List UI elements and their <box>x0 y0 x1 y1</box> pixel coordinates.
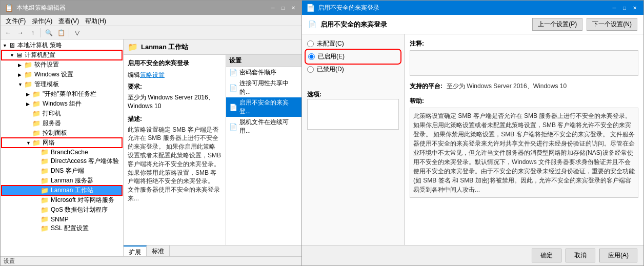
nav-next-btn[interactable]: 下一个设置(N) <box>587 18 637 31</box>
help-section: 帮助: 此策略设置确定 SMB 客户端是否允许在 SMB 服务器上进行不安全的来… <box>410 97 638 198</box>
tree-item-server[interactable]: 📁 服务器 <box>2 118 122 128</box>
tree-panel: ▼ 🖥 本地计算机 策略 ▼ 🖥 计算机配置 ▶ 📁 软件设置 ▶ 📁 Wind… <box>1 39 124 256</box>
tree-label-lanman-workstation: Lanman 工作站 <box>51 186 93 195</box>
tree-icon-server: 📁 <box>32 119 41 127</box>
tree-item-root[interactable]: ▼ 🖥 本地计算机 策略 <box>2 40 122 50</box>
tree-icon-microsoft: 📁 <box>41 196 49 204</box>
gpe-window: 📋 本地组策略编辑器 ─ □ ✕ 文件(F) 操作(A) 查看(V) 帮助(H)… <box>0 0 303 266</box>
tree-label-windows: Windows 设置 <box>34 70 73 79</box>
tree-item-start[interactable]: ▶ 📁 "开始"菜单和任务栏 <box>2 89 122 99</box>
tree-item-network[interactable]: ▼ 📁 网络 <box>2 138 122 148</box>
tree-item-software[interactable]: ▶ 📁 软件设置 <box>2 60 122 70</box>
list-item-1[interactable]: 📄 连接可用性共享中的... <box>226 78 302 97</box>
tree-item-microsoft[interactable]: 📁 Microsoft 对等网络服务 <box>2 195 122 205</box>
help-text: 此策略设置确定 SMB 客户端是否允许在 SMB 服务器上进行不安全的来宾登录。… <box>413 112 635 193</box>
dialog-footer: 确定 取消 应用(A) <box>302 245 643 265</box>
toolbar-forward-btn[interactable]: → <box>15 27 26 38</box>
tree-label-printer: 打印机 <box>43 109 61 118</box>
dialog-minimize-btn[interactable]: ─ <box>610 3 619 12</box>
tree-icon-software: 📁 <box>24 61 32 69</box>
tree-item-snmp[interactable]: 📁 SNMP <box>2 215 122 223</box>
tree-item-ssl[interactable]: 📁 SSL 配置设置 <box>2 223 122 233</box>
dialog-close-btn[interactable]: ✕ <box>630 3 639 12</box>
tree-icon-lanman-server: 📁 <box>41 177 49 185</box>
detail-requirement-row: 要求: <box>128 83 222 91</box>
list-header: 设置 <box>226 55 302 67</box>
dialog-titlebar: 📄 启用不安全的来宾登录 ─ □ ✕ <box>302 1 643 15</box>
menu-file[interactable]: 文件(F) <box>3 16 29 25</box>
tree-label-lanman-server: Lanman 服务器 <box>51 176 93 185</box>
tree-label-root: 本地计算机 策略 <box>17 41 62 50</box>
tree-item-dns[interactable]: 📁 DNS 客户端 <box>2 166 122 176</box>
tree-icon-start: 📁 <box>32 90 41 98</box>
radio-enabled[interactable] <box>308 53 315 60</box>
gpe-close-btn[interactable]: ✕ <box>289 3 298 12</box>
tree-item-computer[interactable]: ▼ 🖥 计算机配置 <box>2 50 122 60</box>
options-box <box>307 99 399 130</box>
detail-desc-text: 此策略设置确定 SMB 客户端是否允许在 SMB 服务器上进行不安全的来宾登录。… <box>128 126 222 203</box>
tree-item-admin[interactable]: ▼ 📁 管理模板 <box>2 79 122 89</box>
detail-folder-icon: 📁 <box>128 42 138 52</box>
radio-disabled[interactable] <box>307 66 314 73</box>
list-item-0[interactable]: 📄 密码套件顺序 <box>226 67 302 78</box>
list-item-2[interactable]: 📄 启用不安全的来宾登... <box>226 97 302 117</box>
toolbar-back-btn[interactable]: ← <box>3 27 14 38</box>
help-label: 帮助: <box>410 97 638 106</box>
list-item-3[interactable]: 📄 脱机文件在连续可用... <box>226 117 302 136</box>
dialog-body: 未配置(C) 已启用(E) 已禁用(D) 选项: 注释: <box>302 34 643 245</box>
toolbar-up-btn[interactable]: ↑ <box>27 27 38 38</box>
radio-notset[interactable] <box>307 40 314 47</box>
detail-header: 📁 Lanman 工作站 <box>124 39 302 55</box>
tree-icon-printer: 📁 <box>32 110 41 117</box>
nav-prev-btn[interactable]: 上一个设置(P) <box>532 18 582 31</box>
gpe-statusbar: 设置 <box>1 256 302 265</box>
menu-action[interactable]: 操作(A) <box>29 16 55 25</box>
detail-policy-link[interactable]: 策略设置 <box>140 71 165 78</box>
gpe-title-text: 本地组策略编辑器 <box>16 4 66 12</box>
tree-item-printer[interactable]: 📁 打印机 <box>2 109 122 118</box>
notes-box <box>410 50 638 76</box>
tree-item-windows[interactable]: ▶ 📁 Windows 设置 <box>2 70 122 79</box>
detail-panel: 📁 Lanman 工作站 启用不安全的来宾登录 编辑策略设置 要求: 至少为 W… <box>124 39 302 256</box>
tree-item-ctrlpanel[interactable]: 📁 控制面板 <box>2 128 122 138</box>
ok-btn[interactable]: 确定 <box>532 249 561 262</box>
platform-label: 支持的平台: <box>410 82 442 91</box>
tree-item-wincomp[interactable]: ▶ 📁 Windows 组件 <box>2 99 122 109</box>
tab-expand[interactable]: 扩展 <box>124 245 147 256</box>
gpe-maximize-btn[interactable]: □ <box>278 3 288 12</box>
detail-req-label: 要求: <box>128 83 142 90</box>
cancel-btn[interactable]: 取消 <box>566 249 595 262</box>
radio-disabled-row: 已禁用(D) <box>307 65 399 74</box>
dialog-maximize-btn[interactable]: □ <box>620 3 629 12</box>
tree-icon-ctrlpanel: 📁 <box>32 129 41 137</box>
tree-item-branchcache[interactable]: 📁 BranchCache <box>2 148 122 156</box>
tab-bar: 扩展 标准 <box>124 245 302 256</box>
tree-expander-computer: ▼ <box>10 53 16 58</box>
notes-label: 注释: <box>410 39 638 48</box>
tree-item-directaccess[interactable]: 📁 DirectAccess 客户端体验 <box>2 156 122 166</box>
gpe-titlebar: 📋 本地组策略编辑器 ─ □ ✕ <box>1 1 302 15</box>
radio-enabled-label: 已启用(E) <box>318 52 345 61</box>
tree-item-qos[interactable]: 📁 QoS 数据包计划程序 <box>2 205 122 215</box>
tree-label-microsoft: Microsoft 对等网络服务 <box>51 196 114 204</box>
menu-help[interactable]: 帮助(H) <box>82 16 109 25</box>
tree-icon-admin: 📁 <box>24 80 32 88</box>
list-item-icon-0: 📄 <box>229 69 237 76</box>
gpe-main-content: ▼ 🖥 本地计算机 策略 ▼ 🖥 计算机配置 ▶ 📁 软件设置 ▶ 📁 Wind… <box>1 39 302 256</box>
options-section: 选项: <box>307 86 399 130</box>
tree-item-lanman-server[interactable]: 📁 Lanman 服务器 <box>2 176 122 186</box>
menu-view[interactable]: 查看(V) <box>55 16 82 25</box>
toolbar-search-btn[interactable]: 🔍 <box>43 27 54 38</box>
tree-icon-lanman-workstation: 📁 <box>41 187 49 194</box>
tab-standard[interactable]: 标准 <box>147 245 170 256</box>
detail-list-area: 设置 📄 密码套件顺序 📄 连接可用性共享中的... 📄 <box>226 55 302 245</box>
gpe-minimize-btn[interactable]: ─ <box>268 3 277 12</box>
tree-icon-network: 📁 <box>32 139 41 147</box>
gpe-toolbar: ← → ↑ 🔍 📋 ▽ <box>1 26 302 39</box>
toolbar-copy-btn[interactable]: 📋 <box>55 27 67 38</box>
tree-item-lanman-workstation[interactable]: 📁 Lanman 工作站 <box>2 186 122 195</box>
list-header-label: 设置 <box>229 56 242 65</box>
toolbar-filter-btn[interactable]: ▽ <box>71 27 83 38</box>
tree-icon-windows: 📁 <box>24 71 32 78</box>
apply-btn[interactable]: 应用(A) <box>599 249 637 262</box>
